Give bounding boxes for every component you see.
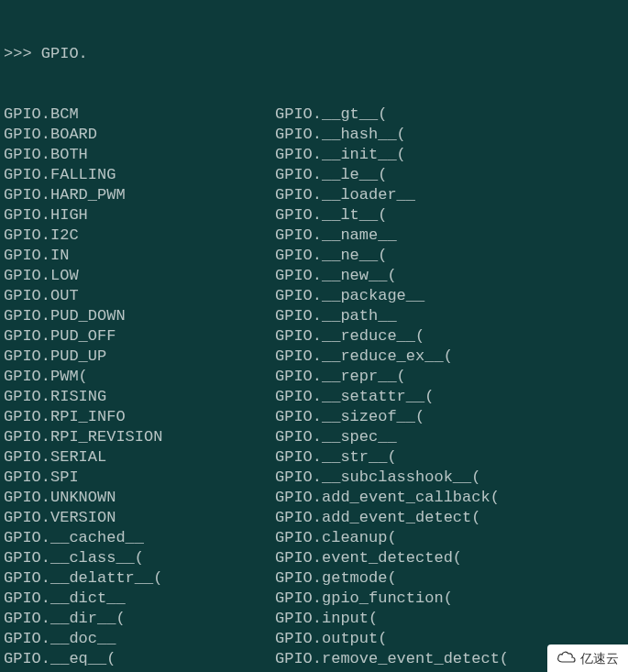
- completion-entry: GPIO.__path__: [275, 306, 624, 326]
- completion-entry: GPIO.__class__(: [4, 548, 275, 568]
- completion-entry: GPIO.__loader__: [275, 185, 624, 205]
- completion-entry: GPIO.OUT: [4, 286, 275, 306]
- completion-entry: GPIO.__reduce__(: [275, 326, 624, 347]
- watermark-text: 亿速云: [580, 648, 619, 668]
- completion-entry: GPIO.__eq__(: [4, 649, 275, 669]
- completion-entry: GPIO.__name__: [275, 226, 624, 246]
- completion-entry: GPIO.SPI: [4, 468, 275, 488]
- completion-entry: GPIO.__cached__: [4, 528, 275, 548]
- completion-columns: GPIO.BCM GPIO.BOARD GPIO.BOTH GPIO.FALLI…: [4, 105, 624, 672]
- completion-entry: GPIO.PUD_OFF: [4, 326, 275, 347]
- completion-entry: GPIO.__le__(: [275, 165, 624, 185]
- completion-entry: GPIO.__str__(: [275, 447, 624, 468]
- completion-entry: GPIO.RISING: [4, 387, 275, 407]
- completion-entry: GPIO.cleanup(: [275, 528, 624, 548]
- completion-entry: GPIO.__ne__(: [275, 246, 624, 266]
- completion-entry: GPIO.input(: [275, 609, 624, 629]
- completion-entry: GPIO.__sizeof__(: [275, 407, 624, 427]
- completion-entry: GPIO.gpio_function(: [275, 589, 624, 609]
- completion-entry: GPIO.__repr__(: [275, 367, 624, 387]
- completion-entry: GPIO.RPI_REVISION: [4, 427, 275, 447]
- completion-entry: GPIO.__hash__(: [275, 125, 624, 145]
- completion-entry: GPIO.IN: [4, 246, 275, 266]
- completion-entry: GPIO.getmode(: [275, 568, 624, 589]
- completion-entry: GPIO.BOTH: [4, 145, 275, 165]
- completion-entry: GPIO.I2C: [4, 226, 275, 246]
- completion-entry: GPIO.PUD_UP: [4, 347, 275, 367]
- completion-entry: GPIO.__spec__: [275, 427, 624, 447]
- completion-entry: GPIO.event_detected(: [275, 548, 624, 568]
- completion-col-1: GPIO.BCM GPIO.BOARD GPIO.BOTH GPIO.FALLI…: [4, 105, 275, 672]
- completion-entry: GPIO.PWM(: [4, 367, 275, 387]
- terminal-output[interactable]: >>> GPIO. GPIO.BCM GPIO.BOARD GPIO.BOTH …: [4, 4, 624, 672]
- completion-entry: GPIO.PUD_DOWN: [4, 306, 275, 326]
- completion-entry: GPIO.__new__(: [275, 266, 624, 286]
- completion-entry: GPIO.__delattr__(: [4, 568, 275, 589]
- completion-entry: GPIO.BOARD: [4, 125, 275, 145]
- cloud-icon: [556, 648, 577, 668]
- completion-entry: GPIO.HARD_PWM: [4, 185, 275, 205]
- completion-entry: GPIO.__subclasshook__(: [275, 468, 624, 488]
- completion-entry: GPIO.SERIAL: [4, 447, 275, 468]
- completion-entry: GPIO.HIGH: [4, 205, 275, 226]
- completion-entry: GPIO.LOW: [4, 266, 275, 286]
- completion-entry: GPIO.__init__(: [275, 145, 624, 165]
- completion-entry: GPIO.__setattr__(: [275, 387, 624, 407]
- completion-entry: GPIO.BCM: [4, 105, 275, 125]
- completion-entry: GPIO.VERSION: [4, 508, 275, 528]
- completion-entry: GPIO.__doc__: [4, 629, 275, 649]
- completion-entry: GPIO.__package__: [275, 286, 624, 306]
- prompt-line: >>> GPIO.: [4, 44, 624, 64]
- completion-entry: GPIO.__gt__(: [275, 105, 624, 125]
- completion-entry: GPIO.add_event_callback(: [275, 488, 624, 508]
- completion-entry: GPIO.__dir__(: [4, 609, 275, 629]
- watermark: 亿速云: [547, 644, 628, 672]
- completion-col-2: GPIO.__gt__( GPIO.__hash__( GPIO.__init_…: [275, 105, 624, 672]
- completion-entry: GPIO.UNKNOWN: [4, 488, 275, 508]
- completion-entry: GPIO.add_event_detect(: [275, 508, 624, 528]
- completion-entry: GPIO.RPI_INFO: [4, 407, 275, 427]
- completion-entry: GPIO.__lt__(: [275, 205, 624, 226]
- completion-entry: GPIO.FALLING: [4, 165, 275, 185]
- completion-entry: GPIO.__reduce_ex__(: [275, 347, 624, 367]
- completion-entry: GPIO.__dict__: [4, 589, 275, 609]
